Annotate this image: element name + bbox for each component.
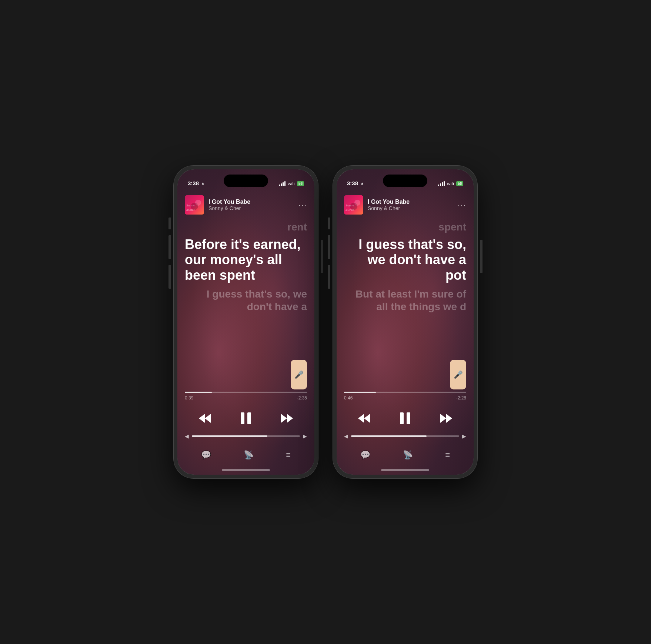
volume-section: ◀ ▶ [185,433,307,439]
progress-fill-2 [344,392,376,393]
svg-marker-6 [205,414,211,423]
lyric-active-2: I guess that's so, we don't have a pot [344,237,466,283]
status-time: 3:38 ▲ [188,180,205,186]
dynamic-island [224,175,268,187]
mic-icon-2: 🎤 [454,370,463,379]
volume-up-button-2[interactable] [328,235,330,259]
volume-max-icon: ▶ [303,433,307,439]
queue-nav-icon[interactable]: ≡ [286,450,291,460]
airplay-nav-icon[interactable]: 📡 [244,450,254,460]
svg-point-4 [191,203,198,210]
time-current: 0:39 [185,395,193,401]
signal-icon-2 [438,181,445,186]
now-playing-header: Sonny &Cher I Got You Babe Sonny & Cher … [185,195,307,215]
lyrics-nav-icon-2[interactable]: 💬 [360,450,370,460]
queue-nav-icon-2[interactable]: ≡ [445,450,450,460]
progress-times: 0:39 -2:35 [185,395,307,401]
lyrics-nav-icon[interactable]: 💬 [201,450,211,460]
phone-2-screen: 3:38 ▲ wifi 56 [337,169,474,475]
phone-1-screen: 3:38 ▲ wifi 56 [177,169,314,475]
music-bg-overlay-2 [337,169,474,475]
album-art-image: Sonny &Cher [185,195,204,215]
volume-down-button[interactable] [168,265,171,289]
album-art-image-2: Sonny &Cher [344,195,363,215]
battery-indicator-2: 56 [456,181,463,186]
mic-button-2[interactable]: 🎤 [450,360,466,389]
svg-marker-10 [287,414,293,423]
svg-rect-7 [241,412,244,424]
volume-track[interactable] [192,435,300,437]
power-button-2[interactable] [480,240,483,273]
svg-marker-21 [446,414,452,423]
svg-marker-9 [281,414,287,423]
mute-button-2[interactable] [328,218,330,229]
volume-min-icon-2: ◀ [344,433,348,439]
lyric-faded-top-2: spent [344,221,466,233]
svg-rect-18 [400,412,404,424]
phone-2-frame: 3:38 ▲ wifi 56 [333,166,477,478]
mic-button[interactable]: 🎤 [291,360,307,389]
bottom-nav-2: 💬 📡 ≡ [344,450,466,460]
track-artist-2: Sonny & Cher [368,205,453,211]
volume-max-icon-2: ▶ [462,433,466,439]
fast-forward-button[interactable] [280,412,294,424]
location-arrow-icon: ▲ [201,181,205,185]
track-title: I Got You Babe [208,199,294,205]
status-right-2: wifi 56 [438,181,463,186]
time-remaining-2: -2:28 [456,395,466,401]
bottom-nav: 💬 📡 ≡ [185,450,307,460]
time-remaining: -2:35 [297,395,307,401]
track-artist: Sonny & Cher [208,205,294,211]
music-bg-overlay [177,169,314,475]
phone-1: 3:38 ▲ wifi 56 [174,166,318,478]
playback-controls-2 [344,410,466,426]
track-info-2: I Got You Babe Sonny & Cher [368,199,453,211]
track-title-2: I Got You Babe [368,199,453,205]
svg-rect-8 [247,412,251,424]
pause-button-2[interactable] [397,410,413,426]
time-current-2: 0:46 [344,395,353,401]
lyric-active: Before it's earned, our money's all been… [185,237,307,283]
phone-2: 3:38 ▲ wifi 56 [333,166,477,478]
progress-track-2[interactable] [344,392,466,393]
volume-track-2[interactable] [351,435,459,437]
progress-track[interactable] [185,392,307,393]
lyric-next-2: But at least I'm sure of all the things … [344,288,466,313]
volume-up-button[interactable] [168,235,171,259]
rewind-button[interactable] [197,412,212,424]
svg-marker-20 [440,414,446,423]
volume-section-2: ◀ ▶ [344,433,466,439]
svg-marker-16 [358,414,364,423]
progress-section-2: 0:46 -2:28 [344,392,466,401]
battery-indicator: 56 [297,181,304,186]
phone-1-frame: 3:38 ▲ wifi 56 [174,166,318,478]
home-indicator-2 [381,469,429,471]
volume-down-button-2[interactable] [328,265,330,289]
volume-fill-2 [351,435,427,437]
progress-fill [185,392,212,393]
more-options-button[interactable]: ··· [298,201,307,209]
airplay-nav-icon-2[interactable]: 📡 [403,450,413,460]
time-display: 3:38 [188,180,199,186]
album-art[interactable]: Sonny &Cher [185,195,204,215]
svg-marker-17 [364,414,370,423]
lyrics-area: rent Before it's earned, our money's all… [185,221,307,313]
more-options-button-2[interactable]: ··· [458,201,466,209]
home-indicator [222,469,270,471]
volume-min-icon: ◀ [185,433,189,439]
status-right: wifi 56 [279,181,304,186]
lyric-faded-top: rent [185,221,307,233]
location-arrow-icon-2: ▲ [360,181,364,185]
fast-forward-button-2[interactable] [439,412,454,424]
svg-rect-19 [407,412,410,424]
time-display-2: 3:38 [347,180,358,186]
rewind-button-2[interactable] [357,412,371,424]
pause-button[interactable] [238,410,254,426]
lyrics-area-2: spent I guess that's so, we don't have a… [344,221,466,313]
lyric-next: I guess that's so, we don't have a [185,288,307,313]
mute-button[interactable] [168,218,171,229]
power-button[interactable] [321,240,323,273]
album-art-2[interactable]: Sonny &Cher [344,195,363,215]
progress-section: 0:39 -2:35 [185,392,307,401]
mic-icon: 🎤 [294,370,304,379]
